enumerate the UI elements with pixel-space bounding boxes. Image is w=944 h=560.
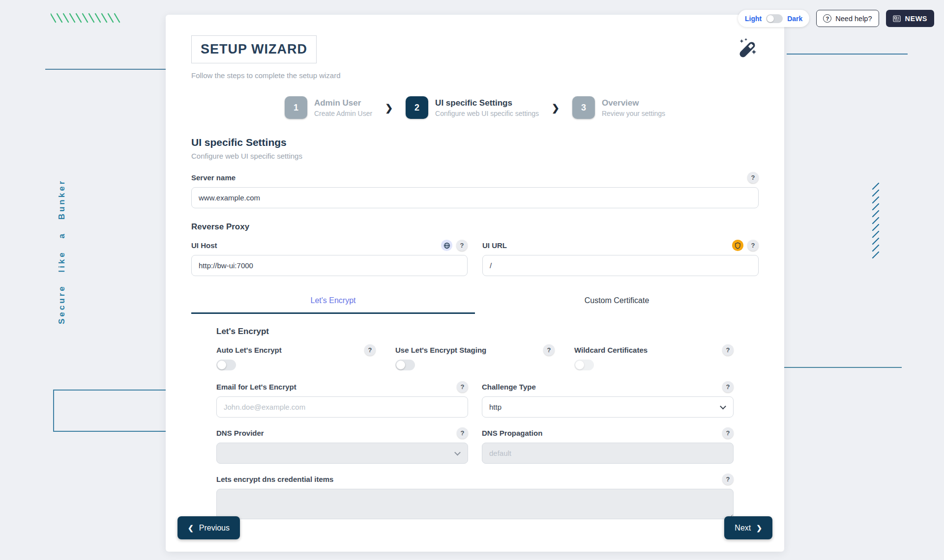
newspaper-icon [893, 15, 901, 22]
server-name-field: Server name ? [191, 172, 759, 208]
reverse-proxy-heading: Reverse Proxy [191, 222, 759, 232]
setup-wizard-card: SETUP WIZARD Follow the steps to complet… [166, 15, 784, 552]
ui-host-field: UI Host ? [191, 240, 468, 276]
ui-url-input[interactable] [482, 255, 759, 276]
question-circle-icon: ? [823, 14, 831, 23]
toggle-knob [217, 361, 226, 369]
step-overview[interactable]: 3 Overview Review your settings [572, 96, 665, 119]
lets-encrypt-heading: Let's Encrypt [216, 327, 734, 336]
green-diagonal-lines-decoration [51, 12, 125, 25]
wildcard-certificates-label: Wildcard Certificates [574, 346, 648, 354]
help-icon[interactable]: ? [722, 474, 734, 485]
wildcard-certificates-field: Wildcard Certificates ? [574, 344, 734, 370]
next-label: Next [735, 524, 751, 532]
next-button[interactable]: Next ❯ [724, 516, 772, 539]
toggle-knob [575, 361, 584, 369]
help-icon[interactable]: ? [722, 427, 734, 439]
lets-encrypt-email-input[interactable] [216, 396, 468, 418]
wizard-stepper: 1 Admin User Create Admin User ❯ 2 UI sp… [191, 96, 759, 119]
challenge-type-field: Challenge Type ? http [482, 381, 734, 418]
news-label: NEWS [905, 15, 928, 23]
lets-encrypt-email-field: Email for Let's Encrypt ? [216, 381, 468, 418]
setup-wizard-logo: SETUP WIZARD [191, 35, 317, 63]
dns-provider-label: DNS Provider [216, 429, 264, 437]
help-icon[interactable]: ? [456, 240, 468, 251]
auto-lets-encrypt-label: Auto Let's Encrypt [216, 346, 282, 354]
step-2-subtitle: Configure web UI specific settings [435, 110, 539, 117]
ui-url-field: UI URL ? [482, 240, 759, 276]
chevron-right-icon: ❯ [552, 102, 560, 113]
help-icon[interactable]: ? [457, 381, 468, 392]
chevron-right-icon: ❯ [756, 524, 762, 532]
step-2-number: 2 [406, 96, 428, 119]
help-icon[interactable]: ? [747, 240, 759, 251]
ui-host-input[interactable] [191, 255, 468, 276]
dns-credential-items-label: Lets encrypt dns credential items [216, 475, 333, 483]
step-3-title: Overview [602, 98, 665, 108]
left-horizontal-line-decoration [45, 69, 166, 70]
theme-toggle[interactable] [766, 14, 783, 23]
help-icon[interactable]: ? [457, 427, 468, 439]
lets-encrypt-panel: Let's Encrypt Auto Let's Encrypt ? Use L… [191, 327, 759, 521]
section-subtitle: Configure web UI specific settings [191, 152, 759, 160]
step-1-title: Admin User [314, 98, 372, 108]
step-3-subtitle: Review your settings [602, 110, 665, 117]
dns-propagation-input [482, 443, 734, 464]
section-title: UI specific Settings [191, 137, 759, 148]
blue-slash-lines-decoration [871, 183, 881, 259]
help-icon[interactable]: ? [722, 344, 734, 356]
ui-host-label: UI Host [191, 241, 217, 250]
lets-encrypt-staging-field: Use Let's Encrypt Staging ? [395, 344, 555, 370]
step-admin-user[interactable]: 1 Admin User Create Admin User [285, 96, 372, 119]
theme-switcher: Light Dark [738, 10, 809, 27]
chevron-right-icon: ❯ [385, 102, 393, 113]
topbar: Light Dark ? Need help? NEWS [738, 10, 934, 27]
challenge-type-select[interactable]: http [482, 396, 734, 418]
magic-wand-icon [736, 37, 759, 60]
dns-credential-items-field: Lets encrypt dns credential items ? [216, 474, 734, 521]
right-mid-horizontal-line-decoration [784, 367, 902, 368]
server-name-input[interactable] [191, 187, 759, 208]
certificate-tabs: Let's Encrypt Custom Certificate [191, 290, 759, 314]
news-button[interactable]: NEWS [886, 10, 935, 27]
lets-encrypt-staging-label: Use Let's Encrypt Staging [395, 346, 486, 354]
dns-provider-select [216, 443, 468, 464]
dns-propagation-label: DNS Propagation [482, 429, 542, 437]
help-icon[interactable]: ? [364, 344, 376, 356]
globe-badge-icon [441, 240, 452, 251]
wildcard-certificates-toggle [574, 360, 594, 370]
theme-light-label: Light [745, 15, 762, 23]
shield-badge-icon [732, 240, 743, 251]
challenge-type-label: Challenge Type [482, 383, 536, 391]
lets-encrypt-email-label: Email for Let's Encrypt [216, 383, 296, 391]
help-icon[interactable]: ? [722, 381, 734, 392]
toggle-knob [396, 361, 405, 369]
step-1-subtitle: Create Admin User [314, 110, 372, 117]
theme-dark-label: Dark [787, 15, 802, 23]
tab-custom-certificate[interactable]: Custom Certificate [475, 290, 759, 314]
dns-provider-field: DNS Provider ? [216, 427, 468, 464]
wizard-subtitle: Follow the steps to complete the setup w… [191, 71, 759, 80]
step-1-number: 1 [285, 96, 307, 119]
need-help-label: Need help? [835, 15, 872, 23]
help-icon[interactable]: ? [543, 344, 555, 356]
previous-label: Previous [199, 524, 230, 532]
dns-credential-items-textarea [216, 489, 734, 519]
tab-lets-encrypt[interactable]: Let's Encrypt [191, 290, 475, 314]
previous-button[interactable]: ❮ Previous [177, 516, 240, 539]
auto-lets-encrypt-field: Auto Let's Encrypt ? [216, 344, 376, 370]
need-help-button[interactable]: ? Need help? [816, 10, 879, 27]
help-icon[interactable]: ? [747, 172, 759, 183]
chevron-left-icon: ❮ [188, 524, 194, 532]
ui-url-label: UI URL [482, 241, 507, 250]
auto-lets-encrypt-toggle[interactable] [216, 360, 236, 370]
right-top-horizontal-line-decoration [787, 54, 908, 55]
theme-toggle-knob [767, 15, 774, 22]
step-3-number: 3 [572, 96, 595, 119]
setup-wizard-logo-text: SETUP WIZARD [201, 42, 307, 56]
lets-encrypt-staging-toggle[interactable] [395, 360, 415, 370]
wizard-footer: ❮ Previous Next ❯ [177, 516, 772, 539]
dns-propagation-field: DNS Propagation ? [482, 427, 734, 464]
step-ui-settings[interactable]: 2 UI specific Settings Configure web UI … [406, 96, 539, 119]
server-name-label: Server name [191, 173, 236, 182]
